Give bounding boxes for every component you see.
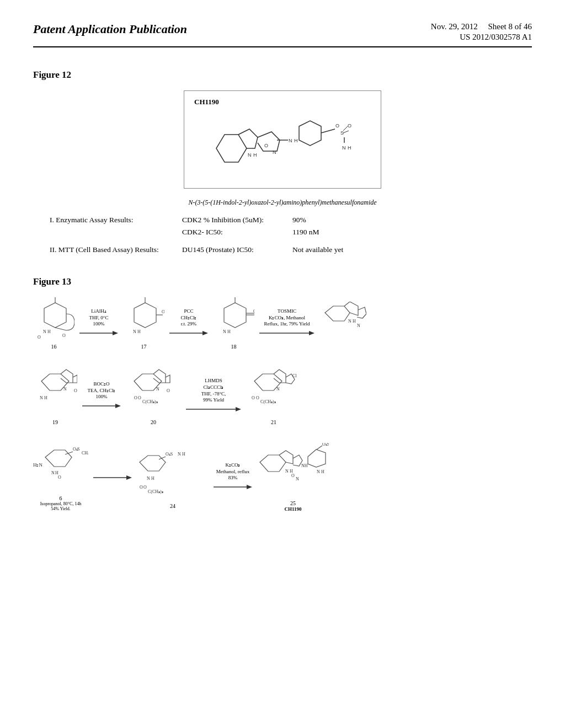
compound-indole-oxazole: N H N (319, 302, 366, 346)
compound-21-num: 21 (271, 419, 276, 425)
svg-text:N: N (223, 329, 226, 334)
svg-text:H₂N: H₂N (33, 462, 42, 468)
oxazole-ring: O N (258, 132, 280, 155)
svg-text:N: N (273, 149, 276, 155)
arrow-16-17: LiAlH₄THF, 0°C100% (77, 308, 121, 339)
svg-marker-88 (260, 455, 286, 472)
arrow-18-product-conditions: TOSMICK₂CO₃, MethanolReflux, 1hr, 79% Yi… (264, 308, 310, 328)
compound-17: OH N H 17 (123, 297, 164, 350)
svg-text:N: N (348, 319, 351, 324)
mtt-assay-label: II. MTT (Cell Based Assay) Results: (50, 245, 182, 254)
compound-18: O N H 18 (213, 297, 254, 350)
compound-20-svg: N O O O C(CH₃)₃ (126, 367, 181, 417)
svg-text:H: H (182, 452, 185, 457)
ch1190-svg: N H O N N H (194, 110, 371, 181)
arrow-20-21-conditions: LHMDSCl₃CCCl₃THF, -78°C,99% Yield (201, 378, 226, 404)
svg-text:N: N (147, 476, 150, 481)
arrow-20-21: LHMDSCl₃CCCl₃THF, -78°C,99% Yield (183, 378, 244, 415)
compound-17-num: 17 (141, 344, 147, 350)
arrow-24-25: K₂CO₃Methanol, reflux83% (211, 462, 255, 493)
compound-6-num: 6 (60, 495, 62, 501)
compound-24: O₂S N H N H O O C(CH₃)₃ 24 (137, 446, 209, 509)
du145-param: DU145 (Prostate) IC50: (182, 245, 292, 254)
compound-19-svg: N O N H (33, 367, 77, 417)
cdk2-ic50-param: CDK2- IC50: (182, 228, 292, 237)
svg-text:H: H (353, 319, 356, 324)
phenyl-ring (299, 121, 321, 146)
svg-text:H: H (253, 152, 257, 158)
compound-19-num: 19 (52, 419, 58, 425)
patent-number: US 2012/0302578 A1 (460, 33, 532, 42)
svg-line-95 (317, 446, 322, 449)
compound-6-svg: H₂N O₂ S CH₃ N H O (33, 443, 88, 493)
svg-text:O: O (38, 335, 41, 340)
svg-text:O: O (138, 395, 141, 400)
svg-text:O: O (256, 395, 259, 400)
svg-marker-0 (216, 135, 247, 162)
nh-linker: N H (277, 138, 298, 143)
reaction-scheme: O N H O 16 LiAlH₄THF, 0°C100% (33, 297, 532, 512)
svg-text:O: O (348, 123, 351, 129)
svg-marker-18 (44, 303, 66, 328)
svg-marker-8 (299, 121, 321, 146)
svg-marker-32 (224, 303, 246, 328)
svg-text:O: O (167, 388, 170, 393)
compound-25-num: 25 (290, 500, 296, 506)
compound-17-svg: OH N H (123, 297, 164, 341)
arrow-6-24-svg (93, 472, 132, 483)
svg-text:O₂S: O₂S (166, 452, 173, 457)
svg-text:Cl: Cl (292, 373, 297, 378)
svg-text:O: O (143, 485, 147, 490)
publication-title: Patent Application Publication (33, 22, 187, 36)
enzymatic-assay-label: I. Enzymatic Assay Results: (50, 216, 182, 224)
figure-12-title: Figure 12 (33, 69, 532, 81)
compound-20-num: 20 (151, 419, 156, 425)
arrow-17-18-svg (169, 328, 208, 339)
svg-text:N: N (276, 387, 280, 392)
svg-text:O: O (264, 143, 268, 148)
compound-20: N O O O C(CH₃)₃ 20 (126, 367, 181, 425)
figure-13-section: Figure 13 O N H O 16 (33, 276, 532, 512)
page-header: Patent Application Publication Nov. 29, … (33, 22, 532, 47)
svg-text:N: N (296, 477, 299, 481)
figure-12-section: Figure 12 CH1190 N H (33, 69, 532, 254)
svg-text:O: O (252, 395, 255, 400)
compound-16: O N H O 16 (33, 297, 74, 350)
svg-text:O₂S: O₂S (322, 443, 329, 447)
svg-text:H: H (151, 476, 154, 481)
sheet-number: Sheet 8 of 46 (488, 22, 532, 31)
arrow-17-18: PCCCH₂Cl₂r.t. 29% (167, 308, 211, 339)
svg-text:H: H (227, 329, 231, 334)
date-sheet: Nov. 29, 2012 Sheet 8 of 46 (431, 22, 532, 31)
svg-text:N: N (178, 452, 181, 457)
arrow-18-product-svg (259, 328, 315, 339)
svg-text:N: N (133, 329, 136, 334)
mtt-assay-row: II. MTT (Cell Based Assay) Results: DU14… (50, 245, 473, 254)
ch1190-label: CH1190 (194, 98, 371, 106)
svg-text:O: O (291, 473, 295, 478)
sulfonamide-group: O S O N H (321, 123, 351, 151)
arrow-24-25-conditions: K₂CO₃Methanol, reflux83% (216, 462, 249, 481)
svg-text:O: O (335, 123, 339, 129)
svg-line-13 (343, 126, 348, 131)
enzymatic-assay-header-row: I. Enzymatic Assay Results: CDK2 % Inhib… (50, 216, 473, 224)
svg-text:N: N (40, 395, 43, 400)
compound-16-num: 16 (51, 344, 57, 350)
compound-6-conditions: Isopropanol, 80°C, 14h54% Yield. (40, 501, 82, 511)
svg-text:S: S (77, 447, 79, 452)
reaction-row-3: H₂N O₂ S CH₃ N H O 6 Isopropanol, 80°C, … (33, 443, 532, 512)
compound-19: N O N H 19 (33, 367, 77, 425)
cdk2-ic50-row: CDK2- IC50: 1190 nM (50, 228, 473, 237)
svg-marker-25 (134, 303, 156, 328)
arrow-18-product: TOSMICK₂CO₃, MethanolReflux, 1hr, 79% Yi… (257, 308, 317, 339)
svg-text:N: N (342, 145, 346, 151)
svg-text:O: O (253, 309, 254, 314)
compound-18-svg: O N H (213, 297, 254, 341)
arrow-19-20-conditions: BOC₂OTEA, CH₂Cl₂100% (87, 381, 115, 400)
compound-24-svg: O₂S N H N H O O C(CH₃)₃ (137, 446, 209, 501)
svg-text:H: H (47, 329, 51, 334)
indole-ring: N H (216, 129, 258, 162)
svg-text:N: N (285, 469, 289, 474)
svg-marker-50 (115, 404, 121, 408)
arrow-16-17-conditions: LiAlH₄THF, 0°C100% (89, 308, 109, 328)
